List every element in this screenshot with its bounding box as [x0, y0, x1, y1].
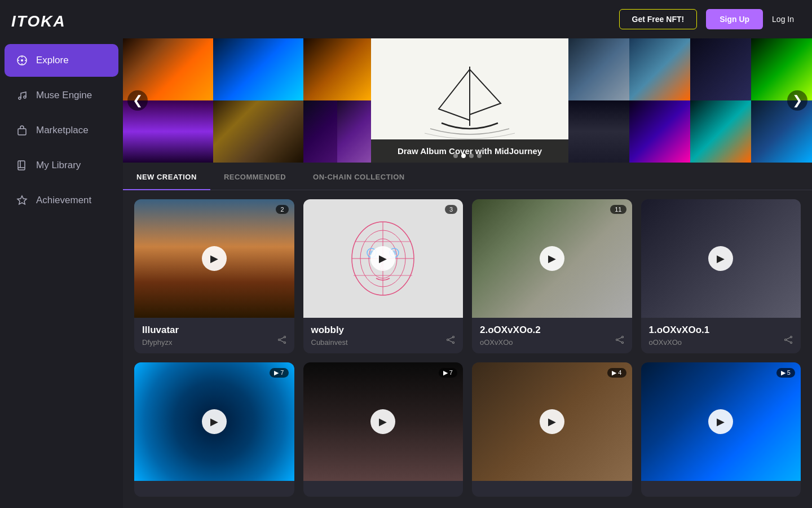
- signup-button[interactable]: Sign Up: [706, 9, 763, 29]
- carousel-dot-2[interactable]: [461, 154, 466, 158]
- card-info-r2-1: [134, 481, 294, 497]
- card-1ooxvxoo1[interactable]: ▶ 1.oOXvXOo.1 oOXvXOo: [641, 199, 801, 353]
- carousel-dot-1[interactable]: [453, 154, 458, 158]
- svg-line-26: [448, 337, 452, 339]
- card-author-2ooxvxoo2: oOXvXOo: [480, 338, 624, 347]
- carousel-arrow-right[interactable]: ❯: [787, 90, 807, 111]
- card-thumb-r2-4: ▶ 5 ▶: [641, 362, 801, 481]
- banner-right-4: [751, 38, 812, 100]
- sidebar-item-my-library[interactable]: My Library: [5, 149, 118, 182]
- card-author-wobbly: Cubainvest: [311, 338, 456, 347]
- carousel-dot-4[interactable]: [477, 154, 482, 158]
- tab-on-chain[interactable]: ON-CHAIN COLLECTION: [299, 165, 418, 190]
- card-count-r2-3: ▶ 4: [607, 368, 626, 378]
- card-count-r2-2: ▶ 7: [439, 368, 457, 378]
- card-info-illuvatar: Illuvatar Dfyphyzx: [134, 318, 294, 353]
- svg-rect-5: [18, 161, 25, 170]
- card-info-r2-3: [472, 481, 632, 497]
- card-thumb-r2-1: ▶ 7 ▶: [134, 362, 294, 481]
- card-share-2ooxvxoo2[interactable]: [615, 335, 624, 347]
- sidebar-item-marketplace-label: Marketplace: [36, 125, 89, 136]
- sidebar-item-explore-label: Explore: [36, 55, 69, 66]
- logo-container: ITOKA: [0, 0, 123, 43]
- svg-point-1: [21, 59, 23, 62]
- card-info-r2-2: [303, 481, 464, 497]
- svg-point-35: [791, 341, 792, 343]
- card-title-2ooxvxoo2: 2.oOXvXOo.2: [480, 325, 624, 336]
- card-illuvatar[interactable]: 2 ▶ Illuvatar Dfyphyzx: [134, 199, 294, 353]
- svg-line-37: [786, 340, 790, 341]
- card-r2-3[interactable]: ▶ 4 ▶: [472, 362, 632, 497]
- banner-right-1: [568, 38, 629, 100]
- banner-carousel: ❮: [123, 38, 812, 163]
- card-r2-4[interactable]: ▶ 5 ▶: [641, 362, 801, 497]
- card-thumb-wobbly: 3 ▶: [303, 199, 464, 318]
- card-2ooxvxoo2[interactable]: 11 ▶ 2.oOXvXOo.2 oOXvXOo: [472, 199, 632, 353]
- svg-point-29: [616, 339, 617, 340]
- play-button-r2-2[interactable]: ▶: [370, 409, 395, 434]
- banner-cell-warrior: [213, 100, 303, 163]
- play-button-r2-3[interactable]: ▶: [540, 409, 564, 434]
- card-info-wobbly: wobbly Cubainvest: [303, 318, 464, 353]
- play-button-1ooxvxoo1[interactable]: ▶: [708, 246, 733, 271]
- compass-icon: [16, 54, 28, 67]
- tabs-row: NEW CREATION RECOMMENDED ON-CHAIN COLLEC…: [123, 165, 812, 190]
- play-button-wobbly[interactable]: ▶: [370, 246, 395, 271]
- card-share-illuvatar[interactable]: [277, 335, 286, 347]
- carousel-arrow-left[interactable]: ❮: [127, 90, 148, 111]
- tab-new-creation[interactable]: NEW CREATION: [123, 165, 210, 190]
- card-thumb-r2-2: ▶ 7 ▶: [303, 362, 464, 481]
- card-count-wobbly: 3: [445, 205, 457, 214]
- carousel-dot-3[interactable]: [469, 154, 474, 158]
- svg-point-7: [284, 336, 285, 338]
- sidebar-item-achievement-label: Achievement: [36, 195, 91, 206]
- svg-rect-4: [18, 129, 26, 135]
- card-author-1ooxvxoo1: oOXvXOo: [649, 338, 793, 347]
- svg-line-32: [617, 340, 621, 341]
- banner-right-3: [690, 38, 751, 100]
- svg-point-3: [24, 96, 26, 98]
- card-thumb-illuvatar: 2 ▶: [134, 199, 294, 318]
- carousel-dots: [453, 154, 482, 158]
- card-title-illuvatar: Illuvatar: [142, 325, 286, 336]
- sidebar-item-marketplace[interactable]: Marketplace: [5, 114, 118, 147]
- card-share-1ooxvxoo1[interactable]: [784, 335, 793, 347]
- card-author-illuvatar: Dfyphyzx: [142, 338, 286, 347]
- svg-point-8: [278, 339, 280, 340]
- banner-right-8: [751, 100, 812, 163]
- login-button[interactable]: Log In: [772, 15, 794, 24]
- card-share-wobbly[interactable]: [446, 335, 455, 347]
- bag-icon: [16, 124, 28, 137]
- banner-right-5: [568, 100, 629, 163]
- svg-point-34: [785, 339, 787, 340]
- card-info-1ooxvxoo1: 1.oOXvXOo.1 oOXvXOo: [641, 318, 801, 353]
- banner-right-7: [690, 100, 751, 163]
- svg-point-33: [791, 336, 792, 338]
- play-button-r2-4[interactable]: ▶: [708, 409, 733, 434]
- play-button-illuvatar[interactable]: ▶: [202, 246, 227, 271]
- tab-recommended[interactable]: RECOMMENDED: [210, 165, 299, 190]
- svg-line-31: [617, 337, 621, 339]
- play-button-r2-1[interactable]: ▶: [202, 409, 227, 434]
- card-thumb-r2-3: ▶ 4 ▶: [472, 362, 632, 481]
- card-count-illuvatar: 2: [276, 205, 288, 214]
- sidebar-item-muse-engine[interactable]: Muse Engine: [5, 79, 118, 112]
- card-count-2ooxvxoo2: 11: [610, 205, 626, 214]
- sidebar-item-achievement[interactable]: Achievement: [5, 184, 118, 217]
- card-info-r2-4: [641, 481, 801, 497]
- play-button-2ooxvxoo2[interactable]: ▶: [540, 246, 564, 271]
- card-r2-1[interactable]: ▶ 7 ▶: [134, 362, 294, 497]
- boat-svg: [408, 61, 532, 140]
- header: Get Free NFT! Sign Up Log In: [123, 0, 812, 38]
- svg-point-9: [284, 341, 285, 343]
- svg-point-23: [453, 336, 454, 338]
- cards-grid-row1: 2 ▶ Illuvatar Dfyphyzx: [134, 199, 801, 353]
- banner-cell-extra1: [303, 38, 371, 100]
- card-count-r2-4: ▶ 5: [776, 368, 795, 378]
- banner-center-card: Draw Album Cover with MidJourney: [371, 38, 568, 163]
- get-free-nft-button[interactable]: Get Free NFT!: [619, 9, 698, 29]
- card-r2-2[interactable]: ▶ 7 ▶: [303, 362, 464, 497]
- sidebar-item-explore[interactable]: Explore: [5, 44, 118, 77]
- card-wobbly[interactable]: 3 ▶ wobbly Cubainvest: [303, 199, 464, 353]
- banner-center-label: Draw Album Cover with MidJourney: [371, 139, 568, 163]
